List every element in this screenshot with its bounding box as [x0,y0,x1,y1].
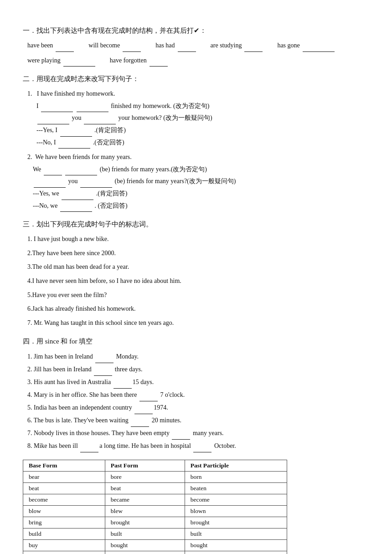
s4-item-3: 3. His aunt has lived in Australia 15 da… [27,376,369,389]
table-row: buildbuiltbuilt [23,528,287,540]
s4-item-2: 2. Jill has been in Ireland three days. [27,363,369,376]
table-row: beatbeatbeaten [23,483,287,494]
table-cell-7-0: catch [23,551,105,554]
s2-blank-2-6[interactable] [60,211,92,212]
table-cell-0-1: bore [105,472,185,483]
s2-s1-5: ---Yes, I [36,127,57,133]
s1-blank-7[interactable] [150,66,168,67]
section1-title: 一．找出下列表达中含有现在完成时的结构，并在其后打✔： [23,26,369,35]
s1-blank-2[interactable] [123,51,141,52]
table-cell-3-1: blew [105,506,185,517]
table-cell-7-1: caught [105,551,185,554]
s2-s1-8: .(否定回答) [93,139,124,146]
s1-item-6: were playing [27,55,96,67]
s2-s2-5: ---Yes, we [33,190,59,197]
s2-sub-1-2: you your homework? (改为一般疑问句) [36,112,369,124]
table-cell-4-0: bring [23,517,105,528]
table-row: catchcaughtcaught [23,551,287,554]
table-cell-5-0: build [23,528,105,540]
s3-item-6: 6.Jack has already finished his homework… [27,303,369,315]
s2-s2-1: We [33,166,41,173]
s1-label-5: has gone [277,40,299,52]
table-cell-5-2: built [185,528,287,540]
section4: 四．用 since 和 for 填空 1. Jim has been in Ir… [23,337,369,452]
table-header-row: Base Form Past Form Past Participle [23,460,287,472]
s1-item-1: have been [27,40,75,52]
table-cell-2-2: become [185,494,287,506]
s1-label-4: are studying [211,40,242,52]
s2-s1-6: .(肯定回答) [94,127,126,133]
s2-sub-1-4: ---No, I .(否定回答) [36,137,369,149]
table-row: bringbroughtbrought [23,517,287,528]
table-row: blowblewblown [23,506,287,517]
table-row: becomebecamebecome [23,494,287,506]
s2-s1-3: you [72,114,82,121]
section3-title: 三．划出下列现在完成时句子中的标志词。 [23,220,369,229]
s1-item-4: are studying [211,40,264,52]
table-row: buyboughtbought [23,540,287,551]
table-cell-6-2: bought [185,540,287,551]
s4-item-8: 8. Mike has been ill a long time. He has… [27,440,369,452]
s1-item-3: has had [155,40,196,52]
section4-title: 四．用 since 和 for 填空 [23,337,369,346]
s2-s2-2: (be) friends for many years.(改为否定句) [100,166,207,173]
section2-content: 1. I have finished my homework. I finish… [27,88,369,212]
table-cell-4-2: brought [185,517,287,528]
verb-table-container: Base Form Past Form Past Participle bear… [23,460,369,554]
s2-sub-1-1: I finished my homework. (改为否定句) [36,100,369,113]
table-cell-3-2: blown [185,506,287,517]
section3: 三．划出下列现在完成时句子中的标志词。 1. I have just bough… [23,220,369,329]
table-cell-5-1: built [105,528,185,540]
s2-s2-3: you [68,178,78,185]
s2-s2-8: . (否定回答) [94,202,127,209]
s4-item-7: 7. Nobody lives in those houses. They ha… [27,427,369,440]
s1-label-2: will become [88,40,120,52]
col-header-base: Base Form [23,460,105,472]
table-cell-2-0: become [23,494,105,506]
s1-blank-6[interactable] [63,66,95,67]
s2-sub-2-3: ---Yes, we .(肯定回答) [33,188,369,200]
s1-label-7: have forgotten [110,55,147,67]
s1-label-3: has had [155,40,175,52]
table-cell-2-1: became [105,494,185,506]
table-cell-1-2: beaten [185,483,287,494]
s4-item-1: 1. Jim has been in Ireland Monday. [27,350,369,363]
s1-blank-5[interactable] [303,51,335,52]
table-cell-4-1: brought [105,517,185,528]
s1-blank-3[interactable] [178,51,196,52]
s2-s1-4: your homework? (改为一般疑问句) [119,114,212,121]
s2-s2-6: .(肯定回答) [96,190,128,197]
col-header-past: Past Form [105,460,185,472]
s4-b8a[interactable] [80,452,98,452]
table-row: bearboreborn [23,472,287,483]
s1-blank-4[interactable] [244,51,263,52]
s2-blank-1-6[interactable] [58,148,90,149]
s1-blank-1[interactable] [56,51,74,52]
section1-content: have been will become has had are studyi… [27,40,369,67]
section2-title: 二．用现在完成时态来改写下列句子： [23,75,369,83]
s4-item-6: 6. The bus is late. They've been waiting… [27,414,369,427]
section2: 二．用现在完成时态来改写下列句子： 1. I have finished my … [23,75,369,212]
s3-item-2: 2.They have been here since 2000. [27,247,369,260]
table-cell-0-2: born [185,472,287,483]
s4-b8b[interactable] [193,452,211,452]
s2-s1-7: ---No, I [36,139,56,146]
s2-num-2: 2. We have been friends for many years. [27,154,132,160]
col-header-participle: Past Participle [185,460,287,472]
s2-sub-2-1: We (be) friends for many years.(改为否定句) [33,164,369,176]
table-cell-3-0: blow [23,506,105,517]
section1: 一．找出下列表达中含有现在完成时的结构，并在其后打✔： have been wi… [23,26,369,67]
table-cell-6-1: bought [105,540,185,551]
verb-table: Base Form Past Form Past Participle bear… [23,460,287,554]
s3-item-7: 7. Mr. Wang has taught in this school si… [27,317,369,329]
s2-num-1: 1. I have finished my homework. [27,90,115,97]
table-cell-0-0: bear [23,472,105,483]
s1-label-6: were playing [27,55,61,67]
s1-item-5: has gone [277,40,335,52]
s3-item-4: 4.I have never seen him before, so I hav… [27,275,369,287]
s3-item-5: 5.Have you ever seen the film? [27,289,369,302]
s3-item-3: 3.The old man has been dead for a year. [27,261,369,273]
s1-item-7: have forgotten [110,55,169,67]
section4-content: 1. Jim has been in Ireland Monday. 2. Ji… [27,350,369,452]
s2-item-2: 2. We have been friends for many years. [27,151,369,164]
